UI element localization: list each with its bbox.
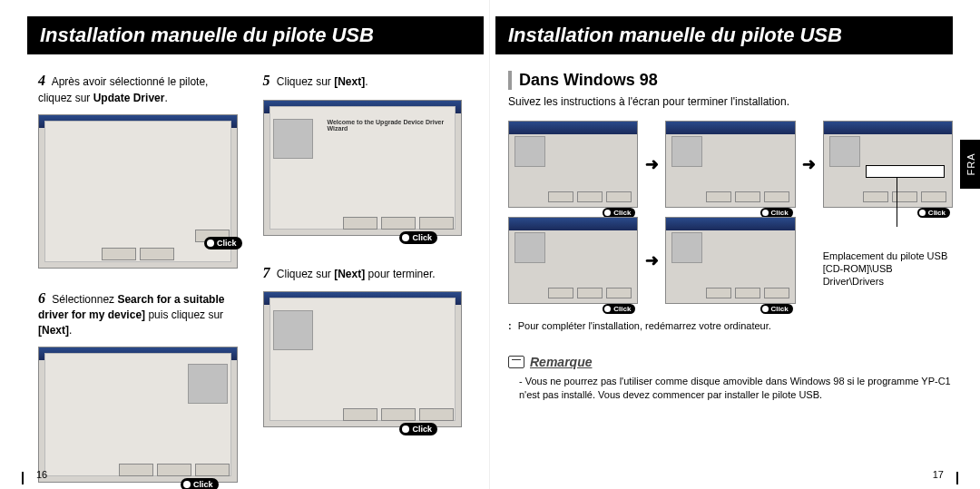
page-title-left: Installation manuelle du pilote USB	[27, 16, 484, 54]
left-col-1: 4 Après avoir sélectionné le pilote, cli…	[38, 71, 238, 483]
click-badge-4: Click	[204, 237, 242, 249]
step-4-text-b: .	[164, 92, 167, 104]
win98-steps-grid: Click ➜ Click ➜ Click	[508, 121, 953, 304]
step-4-bold: Update Driver	[93, 92, 165, 104]
right-content: Dans Windows 98 Suivez les instructions …	[490, 65, 980, 403]
step-7-number: 7	[263, 265, 270, 280]
step-6-text-a: Sélectionnez	[52, 293, 117, 306]
driver-location-path: [CD-ROM]\USB Driver\Drivers	[823, 262, 953, 289]
step-5-text-a: Cliquez sur	[277, 75, 334, 88]
step-7-text-b: pour terminer.	[365, 268, 435, 280]
wizard-heading-5: Welcome to the Upgrade Device Driver Wiz…	[328, 119, 455, 132]
click-badge-6: Click	[181, 478, 219, 489]
step-7-text-a: Cliquez sur	[277, 268, 334, 280]
remark-header: Remarque	[508, 355, 953, 369]
click-badge-w5: Click	[760, 304, 793, 314]
win98-shot-5: Click	[665, 217, 795, 304]
page-number-right: 17	[933, 469, 944, 480]
screenshot-step-4: Click	[38, 114, 238, 269]
driver-location-note: Emplacement du pilote USB [CD-ROM]\USB D…	[823, 249, 953, 289]
step-6: 6 Sélectionnez Search for a suitable dri…	[38, 289, 238, 337]
click-badge-w3: Click	[917, 208, 950, 218]
step-6-text-b: puis cliquez sur	[145, 308, 223, 321]
step-5-text-b: .	[365, 75, 368, 88]
page-number-left: 16	[36, 469, 47, 480]
remark-title: Remarque	[530, 355, 592, 369]
restart-note: Pour compléter l'installation, redémarre…	[508, 320, 953, 331]
driver-location-label: Emplacement du pilote USB	[823, 249, 953, 262]
win98-shot-2: Click	[665, 121, 795, 208]
language-tab: FRA	[960, 140, 980, 189]
left-content: 4 Après avoir sélectionné le pilote, cli…	[0, 65, 489, 483]
click-badge-w4: Click	[603, 304, 635, 314]
section-dans-windows-98: Dans Windows 98	[508, 71, 953, 90]
arrow-icon: ➜	[643, 250, 660, 270]
arrow-icon: ➜	[643, 154, 660, 174]
note-icon	[508, 356, 524, 368]
screenshot-step-5: Welcome to the Upgrade Device Driver Wiz…	[263, 100, 463, 236]
left-col-2: 5 Cliquez sur [Next]. Welcome to the Upg…	[263, 71, 463, 483]
step-6-bold-b: [Next]	[38, 324, 69, 337]
page-left: Installation manuelle du pilote USB 4 Ap…	[0, 0, 490, 489]
win98-shot-4: Click	[508, 217, 638, 304]
win98-shot-3: Click	[823, 121, 953, 208]
click-badge-7: Click	[399, 423, 437, 435]
step-4: 4 Après avoir sélectionné le pilote, cli…	[38, 71, 238, 105]
section-lead: Suivez les instructions à l'écran pour t…	[508, 95, 953, 108]
win98-shot-1: Click	[508, 121, 638, 208]
step-4-number: 4	[38, 73, 45, 88]
step-7: 7 Cliquez sur [Next] pour terminer.	[263, 263, 463, 283]
step-7-bold: [Next]	[334, 268, 365, 280]
step-5-bold: [Next]	[334, 75, 365, 88]
remark-body: - Vous ne pourrez pas l'utiliser comme d…	[508, 375, 953, 403]
arrow-icon: ➜	[801, 154, 818, 174]
step-5: 5 Cliquez sur [Next].	[263, 71, 463, 91]
screenshot-step-6: Click	[38, 347, 238, 483]
step-5-number: 5	[263, 73, 270, 88]
screenshot-step-7: Click	[263, 291, 463, 427]
click-badge-5: Click	[399, 231, 437, 244]
page-right: Installation manuelle du pilote USB Dans…	[490, 0, 980, 489]
step-6-number: 6	[38, 290, 45, 306]
page-title-right: Installation manuelle du pilote USB	[495, 16, 953, 54]
